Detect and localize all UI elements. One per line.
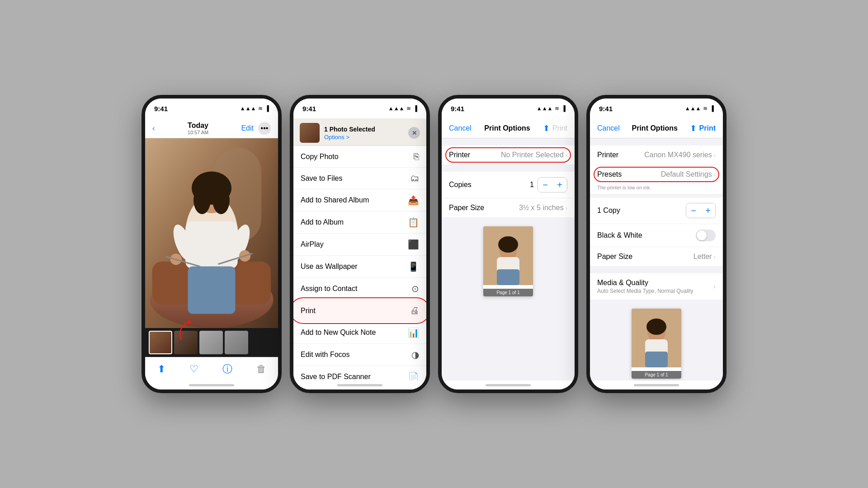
share-item-assign-contact[interactable]: Assign to Contact ⊙ (293, 278, 426, 300)
photo-strip (145, 328, 278, 357)
svg-rect-10 (185, 221, 238, 269)
media-quality-info: Media & Quality Auto Select Media Type, … (597, 279, 693, 294)
signal-icon-2: ▲▲▲ (388, 105, 405, 112)
low-ink-notice: The printer is low on ink. (590, 184, 723, 194)
info-button[interactable]: ⓘ (222, 362, 232, 376)
preview-photo-3 (483, 226, 533, 285)
status-icons-1: ▲▲▲ ≋ ▐ (240, 105, 269, 112)
more-button[interactable]: ••• (258, 122, 271, 135)
status-icons-3: ▲▲▲ ≋ ▐ (537, 105, 566, 112)
media-quality-chevron: › (713, 282, 716, 291)
quick-note-label: Add to New Quick Note (301, 328, 376, 337)
share-list: Copy Photo ⎘ Save to Files 🗂 Add to Shar… (293, 146, 426, 380)
copies-section-3: Copies 1 − + Paper Size 3½ x 5 inches › (442, 172, 575, 217)
assign-contact-label: Assign to Contact (301, 285, 357, 293)
printer-row-4[interactable]: Printer Canon MX490 series › (590, 145, 723, 165)
svg-point-9 (212, 186, 230, 214)
svg-rect-29 (645, 352, 668, 367)
presets-label-4: Presets (597, 170, 622, 178)
ellipsis-icon: ••• (261, 124, 269, 132)
thumbnail-4[interactable] (225, 331, 248, 354)
status-time-3: 9:41 (451, 105, 464, 113)
share-icon-4[interactable]: ⬆ (690, 123, 697, 133)
bw-row-4: Black & White (590, 224, 723, 247)
battery-icon-2: ▐ (413, 105, 417, 112)
preview-svg-3 (483, 226, 533, 285)
media-quality-row-4[interactable]: Media & Quality Auto Select Media Type, … (590, 273, 723, 300)
paper-size-label-4: Paper Size (597, 253, 632, 261)
battery-icon-3: ▐ (561, 105, 566, 112)
copies-label-3: Copies (449, 181, 472, 189)
back-button[interactable]: ‹ (152, 124, 155, 133)
share-item-print[interactable]: Print 🖨 (293, 300, 426, 322)
share-item-airplay[interactable]: AirPlay ⬛ (293, 234, 426, 256)
status-bar-2: 9:41 ▲▲▲ ≋ ▐ (293, 99, 426, 118)
share-item-shared-album[interactable]: Add to Shared Album 📤 (293, 189, 426, 211)
paper-size-row-3[interactable]: Paper Size 3½ x 5 inches › (442, 198, 575, 217)
print-nav-right-4: ⬆ Print (690, 123, 716, 133)
airplay-icon: ⬛ (408, 239, 419, 250)
share-item-copy-photo[interactable]: Copy Photo ⎘ (293, 146, 426, 168)
edit-button[interactable]: Edit (241, 124, 254, 132)
copies-row-3: Copies 1 − + (442, 172, 575, 198)
thumbnail-3[interactable] (199, 331, 223, 354)
copy-label-4: 1 Copy (597, 206, 620, 215)
bw-toggle-4[interactable] (696, 230, 716, 241)
favorite-button[interactable]: ♡ (189, 363, 198, 375)
add-album-label: Add to Album (301, 218, 344, 226)
thumbnail-2[interactable] (174, 331, 198, 354)
increment-button-4[interactable]: + (701, 203, 715, 218)
print-button-3[interactable]: Print (552, 124, 567, 132)
thumbnail-1[interactable] (149, 331, 172, 354)
copy-section-4: 1 Copy − + Black & White Paper Size Lett… (590, 197, 723, 266)
decrement-button-3[interactable]: − (538, 178, 552, 192)
printer-row-3[interactable]: Printer No Printer Selected › (442, 145, 575, 164)
wallpaper-icon: 📱 (408, 261, 419, 272)
preview-paper-4: Page 1 of 1 (632, 309, 681, 379)
status-bar-4: 9:41 ▲▲▲ ≋ ▐ (590, 99, 723, 118)
shared-album-label: Add to Shared Album (301, 196, 369, 204)
print-label: Print (301, 307, 316, 315)
svg-point-27 (646, 319, 666, 335)
paper-size-row-4[interactable]: Paper Size Letter › (590, 247, 723, 266)
share-item-save-files[interactable]: Save to Files 🗂 (293, 168, 426, 189)
copy-photo-label: Copy Photo (301, 153, 339, 161)
increment-button-3[interactable]: + (552, 178, 567, 192)
phone-4-print-with-printer: 9:41 ▲▲▲ ≋ ▐ Cancel Print Options ⬆ Prin… (586, 95, 726, 393)
status-bar-3: 9:41 ▲▲▲ ≋ ▐ (442, 99, 575, 118)
delete-button[interactable]: 🗑 (256, 363, 266, 375)
print-body-4: Printer Canon MX490 series › Presets Def… (590, 138, 723, 380)
cancel-button-3[interactable]: Cancel (449, 124, 472, 132)
share-options-link[interactable]: Options > (324, 134, 404, 141)
share-item-add-album[interactable]: Add to Album 📋 (293, 211, 426, 234)
pdf-scanner-label: Save to PDF Scanner (301, 373, 371, 380)
share-item-pdf-scanner[interactable]: Save to PDF Scanner 📄 (293, 366, 426, 380)
svg-point-8 (193, 186, 211, 214)
svg-point-22 (498, 236, 518, 253)
share-thumbnail (300, 123, 320, 143)
share-item-wallpaper[interactable]: Use as Wallpaper 📱 (293, 256, 426, 278)
copy-photo-icon: ⎘ (414, 151, 419, 162)
home-indicator-2 (293, 380, 426, 389)
add-album-icon: 📋 (408, 217, 419, 228)
status-icons-2: ▲▲▲ ≋ ▐ (388, 105, 417, 112)
status-bar-1: 9:41 ▲▲▲ ≋ ▐ (145, 99, 278, 118)
presets-row-4[interactable]: Presets Default Settings › (590, 165, 723, 184)
share-item-quick-note[interactable]: Add to New Quick Note 📊 (293, 322, 426, 344)
focos-label: Edit with Focos (301, 351, 349, 359)
phone-2-share: 9:41 ▲▲▲ ≋ ▐ 1 Photo Selected Options > … (290, 95, 430, 393)
airplay-label: AirPlay (301, 240, 324, 249)
print-button-4[interactable]: Print (699, 124, 716, 132)
share-item-focos[interactable]: Edit with Focos ◑ (293, 344, 426, 366)
share-icon-3[interactable]: ⬆ (543, 123, 550, 133)
home-bar-2 (337, 384, 382, 386)
wallpaper-label: Use as Wallpaper (301, 263, 358, 271)
share-button[interactable]: ⬆ (157, 363, 165, 375)
share-close-button[interactable]: ✕ (408, 127, 420, 139)
decrement-button-4[interactable]: − (686, 203, 701, 218)
focos-icon: ◑ (411, 349, 419, 360)
nav-title-1: Today 10:57 AM (188, 122, 208, 135)
stepper-3: − + (538, 177, 567, 192)
print-body-3: Printer No Printer Selected › Copies 1 −… (442, 138, 575, 380)
cancel-button-4[interactable]: Cancel (597, 124, 620, 132)
